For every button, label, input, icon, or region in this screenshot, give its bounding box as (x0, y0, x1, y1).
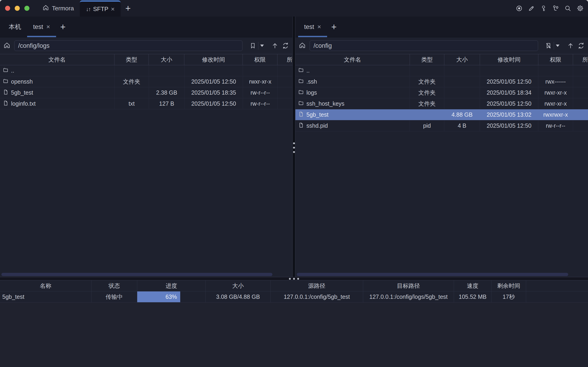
sftp-split-view: 本机 test × + (0, 17, 588, 277)
zoom-window-button[interactable] (24, 6, 29, 11)
column-header-status[interactable]: 状态 (92, 280, 137, 291)
right-pane: test × + (295, 17, 588, 277)
parent-directory-icon[interactable] (567, 42, 574, 49)
refresh-icon[interactable] (282, 42, 289, 49)
search-icon[interactable] (564, 5, 571, 12)
tab-sftp-close-icon[interactable]: × (111, 6, 114, 12)
transfer-target: 127.0.0.1:/config/logs/5gb_test (363, 292, 454, 302)
column-header-owner[interactable]: 所 (277, 54, 292, 65)
transfer-size: 3.08 GB/4.88 GB (206, 292, 271, 302)
left-tab-test[interactable]: test × (27, 17, 56, 37)
transfers-splitter-horizontal[interactable] (0, 277, 588, 280)
table-row[interactable]: ssh_host_keys 文件夹 2025/01/05 12:50 rwxr-… (295, 98, 588, 109)
bookmark-slash-icon[interactable] (545, 42, 552, 49)
right-path-bar (295, 37, 588, 54)
column-header-size[interactable]: 大小 (444, 54, 480, 65)
termora-window: Termora ↓↑ SFTP × + (0, 0, 588, 367)
column-header-mtime[interactable]: 修改时间 (480, 54, 538, 65)
table-row[interactable]: .. (295, 65, 588, 76)
table-row[interactable]: logs 文件夹 2025/01/05 18:34 rwxr-xr-x (295, 87, 588, 98)
scrollbar-thumb[interactable] (297, 273, 568, 276)
transfer-eta: 17秒 (491, 292, 526, 302)
right-path-input[interactable] (310, 41, 538, 51)
home-icon (42, 4, 49, 13)
tab-home[interactable]: Termora (42, 4, 74, 13)
right-tab-test-close-icon[interactable]: × (317, 23, 321, 31)
column-header-speed[interactable]: 速度 (454, 280, 491, 291)
close-window-button[interactable] (5, 6, 10, 11)
splitter-handle-dots[interactable] (289, 278, 299, 280)
left-pane-tabs: 本机 test × + (0, 17, 292, 37)
settings-gear-icon[interactable] (577, 5, 584, 12)
left-file-table: 文件名 类型 大小 修改时间 权限 所 .. openssh (0, 54, 292, 109)
table-row[interactable]: 5gb_test 2.38 GB 2025/01/05 18:35 rw-r--… (0, 87, 292, 98)
left-tab-local[interactable]: 本机 (3, 17, 27, 37)
left-horizontal-scrollbar[interactable] (0, 273, 292, 276)
column-header-eta[interactable]: 剩余时间 (491, 280, 526, 291)
column-header-target-path[interactable]: 目标路径 (363, 280, 454, 291)
minimize-window-button[interactable] (15, 6, 20, 11)
left-path-actions (246, 42, 292, 50)
table-row[interactable]: .ssh 文件夹 2025/01/05 12:50 rwx------ (295, 76, 588, 87)
table-row[interactable]: .. (0, 65, 292, 76)
column-header-perm[interactable]: 权限 (538, 54, 573, 65)
column-header-mtime[interactable]: 修改时间 (184, 54, 243, 65)
chevron-down-icon[interactable] (556, 45, 560, 47)
record-icon[interactable] (516, 5, 523, 12)
home-icon[interactable] (3, 42, 11, 50)
transfers-empty-area (0, 302, 588, 367)
transfer-speed: 105.52 MB (454, 292, 491, 302)
home-icon[interactable] (298, 42, 306, 50)
table-row[interactable]: loginfo.txt txt 127 B 2025/01/05 12:50 r… (0, 98, 292, 109)
scrollbar-thumb[interactable] (1, 273, 273, 276)
parent-directory-icon[interactable] (271, 42, 279, 49)
column-header-owner[interactable]: 所 (573, 54, 588, 65)
new-main-tab-button[interactable]: + (125, 4, 131, 13)
column-header-source-path[interactable]: 源路径 (271, 280, 363, 291)
titlebar-actions (516, 5, 584, 12)
key-icon[interactable] (540, 5, 547, 12)
column-header-perm[interactable]: 权限 (243, 54, 277, 65)
column-header-filename[interactable]: 文件名 (295, 54, 410, 65)
column-header-size[interactable]: 大小 (206, 280, 271, 291)
pane-splitter-vertical[interactable] (292, 17, 295, 277)
right-file-table: 文件名 类型 大小 修改时间 权限 所 .. .ssh 文 (295, 54, 588, 131)
left-path-bar (0, 37, 292, 54)
splitter-handle-dots[interactable] (293, 142, 295, 153)
column-header-name[interactable]: 名称 (0, 280, 92, 291)
folder-icon (298, 78, 304, 85)
left-tab-test-close-icon[interactable]: × (46, 23, 50, 31)
table-row-selected[interactable]: 5gb_test 4.88 GB 2025/01/05 13:02 rwxrwx… (295, 109, 588, 120)
divider (258, 42, 258, 50)
left-table-header: 文件名 类型 大小 修改时间 权限 所 (0, 54, 292, 65)
table-row[interactable]: sshd.pid pid 4 B 2025/01/05 12:50 rw-r--… (295, 120, 588, 131)
column-header-progress[interactable]: 进度 (137, 280, 206, 291)
file-icon (298, 122, 304, 130)
divider (554, 42, 554, 50)
folder-icon (3, 67, 9, 75)
edit-pencil-icon[interactable] (528, 5, 535, 12)
progress-fill: 63% (137, 292, 180, 302)
right-horizontal-scrollbar[interactable] (295, 273, 588, 276)
tab-sftp-label: SFTP (93, 6, 108, 13)
column-header-type[interactable]: 类型 (114, 54, 149, 65)
right-tab-test[interactable]: test × (298, 17, 327, 37)
branch-icon[interactable] (552, 5, 559, 12)
chevron-down-icon[interactable] (260, 45, 264, 47)
right-new-session-button[interactable]: + (327, 17, 341, 37)
bookmark-icon[interactable] (249, 42, 256, 49)
file-icon (298, 111, 304, 118)
table-row[interactable]: openssh 文件夹 2025/01/05 12:50 rwxr-xr-x (0, 76, 292, 87)
file-icon (3, 89, 9, 96)
left-new-session-button[interactable]: + (56, 17, 70, 37)
column-header-type[interactable]: 类型 (410, 54, 444, 65)
refresh-icon[interactable] (577, 42, 585, 49)
transfer-row[interactable]: 5gb_test 传输中 63% 3.08 GB/4.88 GB 127.0.0… (0, 292, 588, 302)
column-header-filename[interactable]: 文件名 (0, 54, 114, 65)
tab-sftp[interactable]: ↓↑ SFTP × (80, 0, 121, 17)
transfer-progress-bar: 63% (137, 292, 206, 302)
left-path-input[interactable] (14, 41, 242, 51)
file-icon (3, 100, 9, 108)
column-header-size[interactable]: 大小 (149, 54, 184, 65)
right-table-header: 文件名 类型 大小 修改时间 权限 所 (295, 54, 588, 65)
